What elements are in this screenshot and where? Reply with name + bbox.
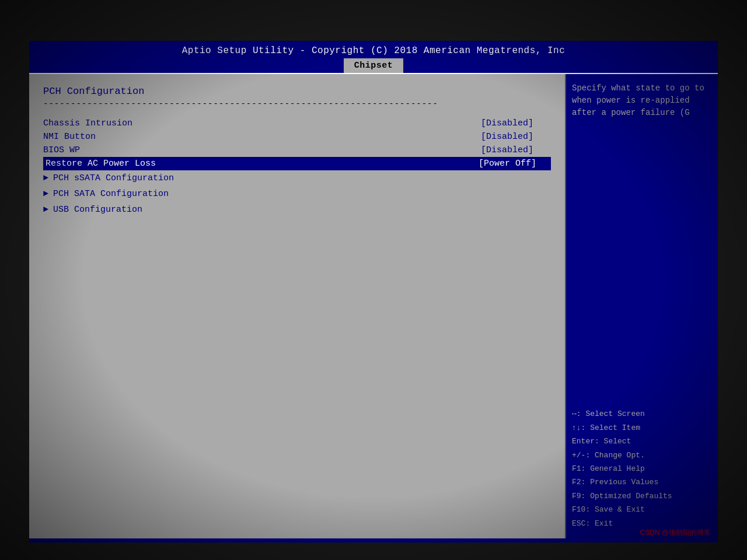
config-label-restore-ac: Restore AC Power Loss [46,159,209,169]
submenu-label-usb: USB Configuration [53,205,142,215]
separator: ----------------------------------------… [43,99,551,108]
submenu-usb[interactable]: ► USB Configuration [43,202,551,218]
tab-bar: Chipset [29,58,718,73]
config-value-chassis: [Disabled] [481,118,551,128]
submenu-label-sata: PCH SATA Configuration [53,189,169,199]
tab-chipset[interactable]: Chipset [344,58,404,73]
bios-screen: Aptio Setup Utility - Copyright (C) 2018… [29,41,718,542]
keybindings: ↔: Select Screen ↑↓: Select Item Enter: … [572,407,712,530]
submenu-pch-ssata[interactable]: ► PCH sSATA Configuration [43,170,551,186]
arrow-icon-ssata: ► [43,173,48,183]
arrow-icon-usb: ► [43,205,48,215]
keybind-f2: F2: Previous Values [572,475,712,489]
arrow-icon-sata: ► [43,189,48,199]
keybind-f9: F9: Optimized Defaults [572,489,712,503]
main-area: PCH Configuration ----------------------… [29,73,718,538]
right-panel: Specify what state to go to when power i… [566,74,718,538]
help-text: Specify what state to go to when power i… [572,82,712,119]
keybind-select-item: ↑↓: Select Item [572,421,712,435]
keybind-f1: F1: General Help [572,462,712,475]
config-item-bios-wp[interactable]: BIOS WP [Disabled] [43,144,551,157]
config-label-bios-wp: BIOS WP [43,145,207,155]
config-value-nmi: [Disabled] [481,132,551,142]
keybind-enter: Enter: Select [572,435,712,448]
watermark: CSDN @张朝阳的博客 [640,528,711,538]
header-bar: Aptio Setup Utility - Copyright (C) 2018… [29,41,718,73]
keybind-f10: F10: Save & Exit [572,503,712,516]
config-value-bios-wp: [Disabled] [481,145,551,155]
config-label-nmi: NMI Button [43,132,207,142]
keybind-change-opt: +/-: Change Opt. [572,449,712,462]
config-value-restore-ac: [Power Off] [479,159,549,169]
config-item-chassis[interactable]: Chassis Intrusion [Disabled] [43,117,551,130]
section-title: PCH Configuration [43,86,551,97]
left-panel: PCH Configuration ----------------------… [29,74,566,538]
config-item-nmi[interactable]: NMI Button [Disabled] [43,130,551,144]
submenu-label-ssata: PCH sSATA Configuration [53,173,174,183]
config-label-chassis: Chassis Intrusion [43,118,207,128]
header-title: Aptio Setup Utility - Copyright (C) 2018… [29,46,718,56]
submenu-pch-sata[interactable]: ► PCH SATA Configuration [43,186,551,202]
keybind-select-screen: ↔: Select Screen [572,407,712,421]
config-item-restore-ac[interactable]: Restore AC Power Loss [Power Off] [43,157,551,170]
